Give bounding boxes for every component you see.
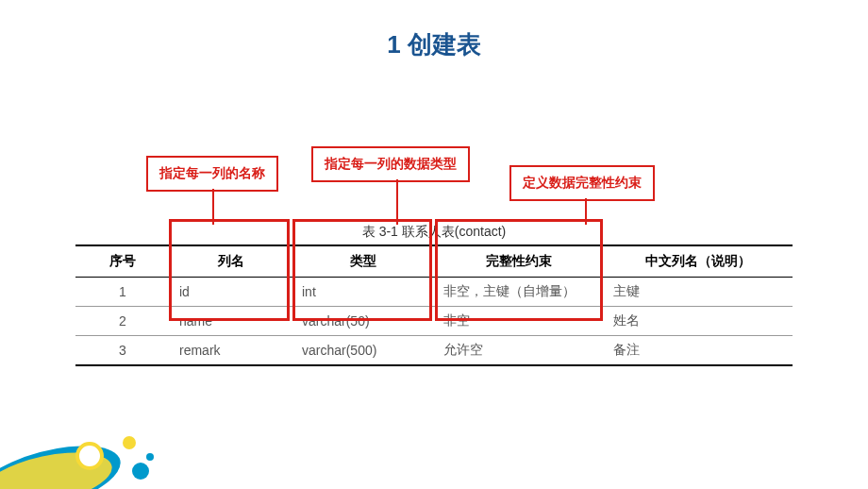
- cell-colname: id: [170, 278, 292, 307]
- page-title: 1 创建表: [0, 28, 868, 61]
- decoration-dot: [132, 463, 149, 480]
- decoration-circle-icon: [75, 442, 104, 470]
- cell-desc: 主键: [604, 278, 793, 307]
- annotation-colname: 指定每一列的名称: [146, 156, 278, 192]
- decoration-dot: [146, 453, 154, 461]
- decoration-dot: [123, 436, 136, 449]
- cell-seq: 2: [75, 307, 170, 336]
- cell-desc: 姓名: [604, 307, 793, 336]
- content-area: 指定每一列的名称 指定每一列的数据类型 定义数据完整性约束 表 3-1 联系人表…: [0, 146, 868, 366]
- cell-seq: 1: [75, 278, 170, 307]
- connector-line: [396, 179, 398, 225]
- header-desc: 中文列名（说明）: [604, 245, 793, 278]
- cell-coltype: int: [292, 278, 434, 307]
- annotation-constraint: 定义数据完整性约束: [509, 165, 655, 201]
- header-seq: 序号: [75, 245, 170, 278]
- table-row: 1 id int 非空，主键（自增量） 主键: [75, 278, 793, 307]
- table-caption: 表 3-1 联系人表(contact): [75, 224, 793, 241]
- cell-constraint: 非空，主键（自增量）: [434, 278, 604, 307]
- cell-desc: 备注: [604, 336, 793, 366]
- cell-constraint: 非空: [434, 307, 604, 336]
- decoration-swoosh: [0, 432, 127, 489]
- annotation-coltype: 指定每一列的数据类型: [311, 146, 470, 182]
- slide-decoration: [0, 413, 189, 489]
- contact-table: 序号 列名 类型 完整性约束 中文列名（说明） 1 id int 非空，主键（自…: [75, 244, 793, 366]
- connector-line: [212, 189, 214, 225]
- table-header-row: 序号 列名 类型 完整性约束 中文列名（说明）: [75, 245, 793, 278]
- decoration-swoosh: [0, 443, 117, 489]
- annotation-container: 指定每一列的名称 指定每一列的数据类型 定义数据完整性约束: [75, 146, 793, 203]
- cell-constraint: 允许空: [434, 336, 604, 366]
- header-coltype: 类型: [292, 245, 434, 278]
- cell-coltype: varchar(50): [292, 307, 434, 336]
- cell-coltype: varchar(500): [292, 336, 434, 366]
- cell-colname: name: [170, 307, 292, 336]
- header-colname: 列名: [170, 245, 292, 278]
- table-row: 2 name varchar(50) 非空 姓名: [75, 307, 793, 336]
- connector-line: [585, 198, 587, 225]
- cell-colname: remark: [170, 336, 292, 366]
- header-constraint: 完整性约束: [434, 245, 604, 278]
- cell-seq: 3: [75, 336, 170, 366]
- table-row: 3 remark varchar(500) 允许空 备注: [75, 336, 793, 366]
